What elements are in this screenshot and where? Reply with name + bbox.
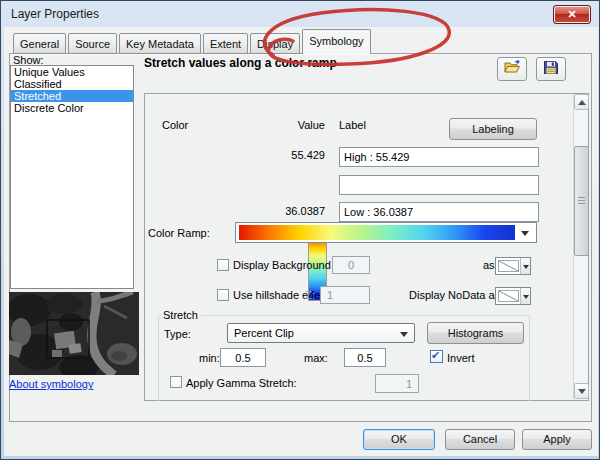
scroll-down-button[interactable] [574,383,589,399]
no-color-swatch [498,290,519,302]
page-title: Stretch values along a color ramp [144,56,337,70]
nodata-color-dropdown[interactable] [495,287,531,305]
stretch-type-dropdown[interactable]: Percent Clip [227,323,415,343]
min-label: min: [199,352,220,364]
save-icon [543,59,559,79]
close-button[interactable]: ✕ [553,5,591,24]
no-color-swatch [498,260,519,272]
chevron-down-icon [400,332,408,337]
low-label-input[interactable] [339,202,539,222]
stretch-group-title: Stretch [160,309,201,321]
scroll-up-button[interactable] [574,94,589,110]
z-label: Z: [305,289,315,301]
vertical-scrollbar[interactable] [573,94,588,400]
import-symbology-button[interactable] [497,57,527,81]
histograms-button[interactable]: Histograms [427,322,524,344]
min-input[interactable] [220,348,266,367]
tab-strip: General Source Key Metadata Extent Displ… [13,30,371,54]
ok-button[interactable]: OK [363,429,435,450]
tab-general[interactable]: General [13,33,66,54]
symbology-options-panel: Color Value Label Labeling 55.429 36.038… [144,93,589,401]
tab-key-metadata[interactable]: Key Metadata [119,33,201,54]
value-column-header: Value [285,119,325,131]
tab-symbology[interactable]: Symbology [302,29,370,54]
gamma-label: Apply Gamma Stretch: [186,377,297,389]
arrow-up-icon [578,100,586,105]
stretch-type-label: Type: [164,328,191,340]
display-background-checkbox[interactable] [217,259,229,271]
horizontal-color-ramp [239,225,515,240]
list-item-classified[interactable]: Classified [11,78,133,90]
gamma-input[interactable] [375,374,419,393]
list-item-discrete-color[interactable]: Discrete Color [11,102,133,114]
cancel-button[interactable]: Cancel [445,429,515,450]
grip-icon [578,200,585,201]
nodata-label: Display NoData as [409,289,500,301]
z-value-input[interactable] [320,286,370,304]
layer-preview-thumbnail [9,292,139,375]
color-column-header: Color [162,119,188,131]
label-column-header: Label [339,119,366,131]
renderer-listbox: Unique Values Classified Stretched Discr… [10,65,134,289]
color-ramp-label: Color Ramp: [148,227,210,239]
high-label-input[interactable] [339,147,539,167]
max-label: max: [304,352,328,364]
tab-display[interactable]: Display [250,33,300,54]
chevron-down-icon [520,288,530,304]
save-symbology-button[interactable] [536,57,566,81]
close-icon: ✕ [567,8,576,20]
background-value-input[interactable] [332,256,370,274]
as-label: as [483,259,495,271]
labeling-button[interactable]: Labeling [449,118,537,140]
layer-properties-dialog: Layer Properties ✕ General Source Key Me… [0,0,600,460]
max-input[interactable] [344,348,386,367]
hillshade-checkbox[interactable] [217,289,229,301]
invert-label: Invert [447,352,475,364]
list-item-stretched[interactable]: Stretched [11,90,133,102]
color-ramp-dropdown[interactable] [235,222,537,243]
arrow-down-icon [578,389,586,394]
list-item-unique-values[interactable]: Unique Values [11,66,133,78]
low-value: 36.0387 [275,205,325,217]
about-symbology-link[interactable]: About symbology [9,378,93,390]
tab-source[interactable]: Source [68,33,117,54]
background-color-dropdown[interactable] [495,257,531,275]
chevron-down-icon [520,258,530,274]
open-folder-icon [503,59,521,79]
tab-extent[interactable]: Extent [203,33,248,54]
stretch-type-value: Percent Clip [234,327,294,339]
grip-icon [578,203,585,204]
grip-icon [578,197,585,198]
mid-label-input[interactable] [339,175,539,195]
chevron-down-icon [521,231,529,236]
scrollbar-thumb[interactable] [574,146,589,256]
apply-button[interactable]: Apply [522,429,592,450]
window-title: Layer Properties [11,7,99,21]
gamma-checkbox[interactable] [170,376,182,388]
high-value: 55.429 [275,149,325,161]
invert-checkbox[interactable] [430,350,443,363]
